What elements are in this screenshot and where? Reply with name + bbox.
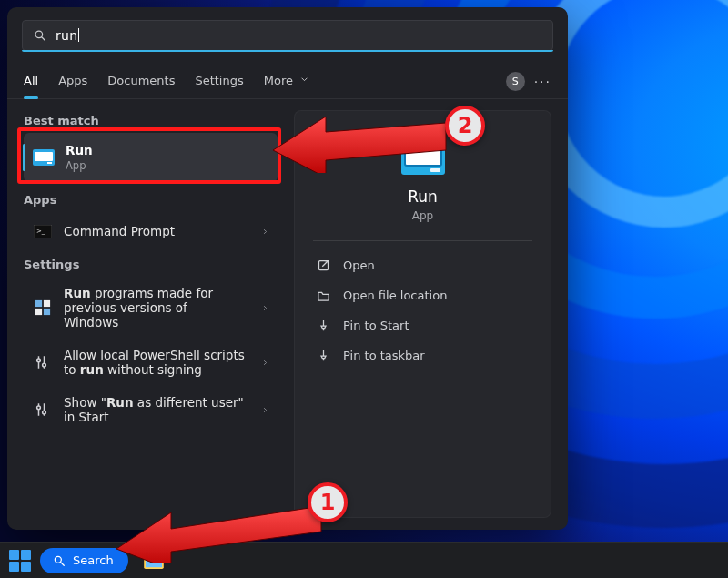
settings-section-label: Settings: [24, 258, 278, 271]
annotation-badge-1: 1: [308, 482, 348, 522]
action-label: Open file location: [343, 289, 447, 302]
result-powershell-local-scripts[interactable]: Allow local PowerShell scripts to run wi…: [24, 339, 278, 386]
taskbar-search-label: Search: [73, 553, 114, 567]
chevron-down-icon: [300, 76, 308, 84]
pin-icon: [317, 349, 330, 362]
action-label: Pin to Start: [343, 319, 409, 332]
settings-icon: [33, 298, 53, 318]
tab-documents[interactable]: Documents: [107, 65, 175, 98]
account-avatar[interactable]: S: [506, 72, 525, 91]
result-subtitle: App: [66, 159, 93, 172]
open-icon: [317, 259, 330, 272]
more-menu-button[interactable]: ···: [534, 75, 551, 89]
search-query-text: run: [56, 28, 77, 43]
svg-marker-24: [273, 117, 446, 173]
tab-all[interactable]: All: [24, 65, 38, 98]
result-run-as-different-user[interactable]: Show "Run as different user" in Start: [24, 386, 278, 433]
svg-point-14: [43, 363, 46, 367]
start-button[interactable]: [9, 550, 31, 572]
tab-apps[interactable]: Apps: [58, 65, 87, 98]
result-title: Run: [66, 143, 93, 157]
annotation-badge-2: 2: [445, 106, 485, 146]
svg-marker-25: [116, 506, 321, 563]
sliders-icon: [33, 400, 53, 420]
taskbar: Search: [0, 542, 728, 578]
chevron-right-icon: [262, 303, 268, 313]
result-compat-troubleshooter[interactable]: Run programs made for previous versions …: [24, 277, 278, 339]
result-title: Run programs made for previous versions …: [64, 286, 246, 330]
search-input[interactable]: run: [22, 20, 553, 51]
filter-tabs: All Apps Documents Settings More: [24, 65, 308, 98]
action-pin-to-start[interactable]: Pin to Start: [313, 310, 532, 340]
action-pin-to-taskbar[interactable]: Pin to taskbar: [313, 340, 532, 370]
svg-line-27: [61, 562, 65, 565]
result-command-prompt[interactable]: >_ Command Prompt: [24, 212, 278, 250]
result-title: Allow local PowerShell scripts to run wi…: [64, 348, 246, 377]
terminal-icon: >_: [33, 221, 53, 241]
svg-line-1: [42, 37, 46, 41]
tab-settings[interactable]: Settings: [195, 65, 243, 98]
svg-rect-9: [35, 309, 42, 315]
chevron-right-icon: [262, 227, 268, 237]
svg-point-17: [37, 406, 41, 410]
result-title: Show "Run as different user" in Start: [64, 395, 246, 424]
result-run-app[interactable]: Run App: [24, 133, 278, 182]
svg-rect-3: [35, 152, 53, 161]
action-label: Pin to taskbar: [343, 349, 425, 362]
action-open[interactable]: Open: [313, 250, 532, 280]
tab-more[interactable]: More: [264, 65, 308, 98]
search-icon: [34, 29, 46, 42]
svg-rect-8: [44, 300, 50, 307]
chevron-right-icon: [262, 358, 268, 368]
best-match-label: Best match: [24, 114, 278, 127]
action-label: Open: [343, 259, 375, 272]
annotation-arrow-2: [273, 100, 455, 173]
result-title: Command Prompt: [64, 224, 175, 238]
apps-section-label: Apps: [24, 193, 278, 207]
taskbar-search-button[interactable]: Search: [40, 548, 128, 573]
search-icon: [53, 554, 66, 567]
preview-title: Run: [313, 188, 532, 206]
sliders-icon: [33, 352, 53, 372]
svg-point-13: [37, 359, 41, 362]
svg-point-18: [43, 411, 46, 414]
chevron-right-icon: [262, 405, 268, 415]
svg-point-26: [55, 556, 61, 563]
start-search-flyout: run All Apps Documents Settings More S ·…: [7, 7, 568, 530]
annotation-arrow-1: [116, 499, 326, 563]
pin-icon: [317, 319, 330, 332]
folder-icon: [317, 289, 330, 302]
svg-text:>_: >_: [36, 228, 46, 235]
action-open-file-location[interactable]: Open file location: [313, 280, 532, 310]
preview-subtitle: App: [313, 209, 532, 222]
run-app-icon: [33, 147, 55, 168]
svg-rect-4: [47, 162, 52, 164]
svg-rect-10: [44, 309, 50, 315]
svg-rect-7: [35, 300, 42, 307]
